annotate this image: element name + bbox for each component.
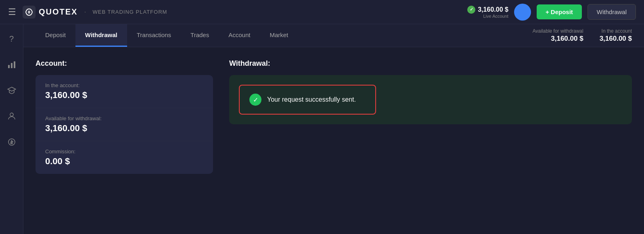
account-row-balance: In the account: 3,160.00 $ — [36, 75, 213, 108]
main-content: Deposit Withdrawal Transactions Trades A… — [23, 24, 644, 234]
svg-point-4 — [10, 113, 13, 116]
logo: QUOTEX — [23, 6, 77, 19]
tab-withdrawal[interactable]: Withdrawal — [75, 24, 127, 47]
sidebar-icon-user[interactable] — [4, 109, 19, 123]
topbar-left: ☰ QUOTEX · WEB TRADING PLATFORM — [8, 6, 167, 19]
tab-transactions[interactable]: Transactions — [127, 24, 181, 47]
deposit-button[interactable]: + Deposit — [537, 4, 582, 19]
svg-rect-1 — [8, 65, 10, 68]
tab-trades[interactable]: Trades — [181, 24, 219, 47]
account-card: In the account: 3,160.00 $ Available for… — [36, 75, 213, 174]
content-area: Account: In the account: 3,160.00 $ Avai… — [23, 47, 644, 234]
balance-sub: Live Account — [467, 14, 508, 19]
platform-label: WEB TRADING PLATFORM — [92, 9, 167, 15]
sidebar-icon-chart[interactable] — [4, 57, 19, 72]
sidebar-icon-education[interactable] — [4, 83, 19, 98]
success-box: ✓ Your request successfully sent. — [239, 85, 376, 115]
tab-market[interactable]: Market — [260, 24, 298, 47]
right-panel: Withdrawal: ✓ Your request successfully … — [229, 59, 632, 226]
logo-divider: · — [84, 8, 86, 16]
left-panel: Account: In the account: 3,160.00 $ Avai… — [36, 59, 213, 226]
sidebar: ? — [0, 24, 23, 234]
sidebar-icon-finance[interactable] — [4, 135, 19, 149]
tab-right-info: Available for withdrawal 3,160.00 $ In t… — [533, 28, 632, 43]
success-message: Your request successfully sent. — [267, 96, 356, 103]
account-section-title: Account: — [36, 59, 213, 68]
svg-rect-3 — [14, 61, 15, 68]
logo-icon — [23, 6, 36, 19]
topbar-right: ✓ 3,160.00 $ Live Account + Deposit With… — [467, 4, 636, 21]
tab-account[interactable]: Account — [219, 24, 260, 47]
available-for-withdrawal: Available for withdrawal 3,160.00 $ — [533, 28, 583, 43]
svg-rect-2 — [11, 63, 13, 68]
balance-amount: ✓ 3,160.00 $ — [467, 6, 508, 14]
withdrawal-section-title: Withdrawal: — [229, 59, 632, 68]
balance-check-icon: ✓ — [467, 6, 475, 14]
hamburger-icon[interactable]: ☰ — [8, 7, 16, 17]
logo-text: QUOTEX — [39, 7, 77, 17]
success-check-icon: ✓ — [249, 94, 261, 106]
in-account: In the account 3,160.00 $ — [600, 28, 632, 43]
balance-info: ✓ 3,160.00 $ Live Account — [467, 6, 508, 19]
tabs: Deposit Withdrawal Transactions Trades A… — [36, 24, 298, 47]
tabs-area: Deposit Withdrawal Transactions Trades A… — [23, 24, 644, 47]
main-layout: ? — [0, 24, 644, 234]
sidebar-icon-help[interactable]: ? — [4, 31, 19, 46]
account-row-available: Available for withdrawal: 3,160.00 $ — [36, 108, 213, 141]
account-row-commission: Commission: 0.00 $ — [36, 141, 213, 174]
avatar-button[interactable] — [514, 4, 531, 21]
tab-deposit[interactable]: Deposit — [36, 24, 75, 47]
withdrawal-button[interactable]: Withdrawal — [588, 4, 636, 20]
withdrawal-panel: ✓ Your request successfully sent. — [229, 75, 632, 124]
topbar: ☰ QUOTEX · WEB TRADING PLATFORM ✓ 3,160.… — [0, 0, 644, 24]
